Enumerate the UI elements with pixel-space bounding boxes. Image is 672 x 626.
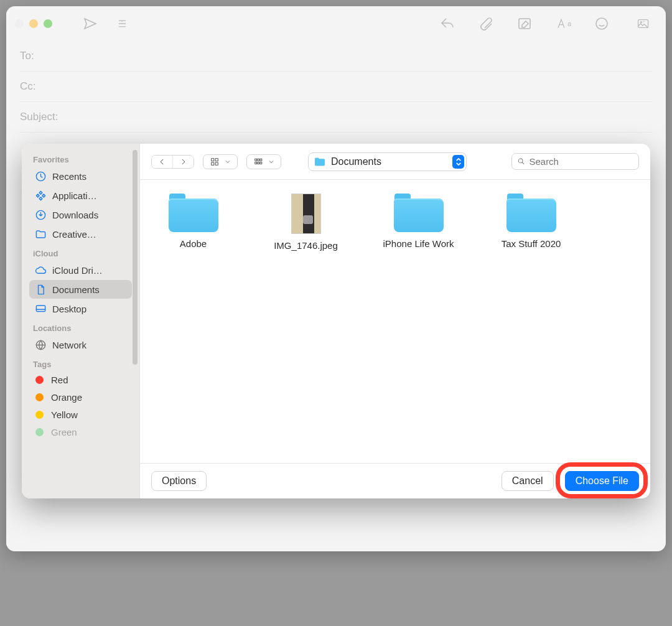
sidebar-item-recents[interactable]: Recents bbox=[29, 167, 132, 185]
sidebar-item-icloud-drive[interactable]: iCloud Dri… bbox=[29, 261, 132, 279]
sidebar-item-label: iCloud Dri… bbox=[52, 265, 103, 276]
svg-point-1 bbox=[596, 18, 607, 29]
file-label: Tax Stuff 2020 bbox=[502, 238, 561, 249]
svg-rect-15 bbox=[255, 162, 257, 164]
sidebar-item-label: Recents bbox=[52, 171, 86, 182]
document-icon bbox=[34, 283, 47, 296]
files-grid: Adobe IMG_1746.jpeg iPhone Life Work Tax… bbox=[140, 180, 650, 463]
format-icon[interactable]: a bbox=[555, 16, 571, 32]
sidebar: Favorites Recents Applicati… Downloads C… bbox=[22, 144, 140, 498]
nav-back-button[interactable] bbox=[152, 156, 172, 168]
sidebar-tag-green[interactable]: Green bbox=[29, 424, 132, 441]
minimize-window-button[interactable] bbox=[29, 19, 38, 28]
list-icon[interactable] bbox=[111, 16, 136, 32]
to-field-row[interactable]: To: bbox=[20, 41, 652, 72]
sidebar-item-label: Creative… bbox=[52, 229, 96, 240]
file-item-folder[interactable]: Tax Stuff 2020 bbox=[489, 194, 573, 249]
sidebar-item-label: Applicati… bbox=[52, 190, 97, 201]
sidebar-item-creative[interactable]: Creative… bbox=[29, 225, 132, 243]
svg-rect-17 bbox=[260, 162, 262, 164]
sidebar-item-applications[interactable]: Applicati… bbox=[29, 186, 132, 205]
sidebar-item-network[interactable]: Network bbox=[29, 335, 132, 354]
mail-compose-window: a To: Cc: Subject: Favorites Recents bbox=[6, 6, 666, 551]
window-controls bbox=[15, 19, 52, 28]
sidebar-tag-red[interactable]: Red bbox=[29, 371, 132, 388]
file-item-image[interactable]: IMG_1746.jpeg bbox=[264, 194, 348, 251]
subject-label: Subject: bbox=[20, 111, 58, 123]
file-label: iPhone Life Work bbox=[383, 238, 454, 249]
search-input[interactable] bbox=[529, 156, 633, 167]
sidebar-header-tags: Tags bbox=[28, 355, 138, 371]
svg-rect-6 bbox=[36, 305, 45, 311]
svg-rect-14 bbox=[260, 159, 262, 161]
emoji-icon[interactable] bbox=[594, 16, 610, 32]
chevron-down-icon bbox=[224, 158, 231, 166]
location-popup[interactable]: Documents bbox=[308, 152, 467, 171]
sidebar-tag-yellow[interactable]: Yellow bbox=[29, 406, 132, 423]
search-field[interactable] bbox=[511, 153, 639, 170]
sidebar-item-desktop[interactable]: Desktop bbox=[29, 299, 132, 318]
sidebar-item-label: Yellow bbox=[51, 409, 78, 420]
nav-segment bbox=[151, 155, 194, 169]
attachment-icon[interactable] bbox=[478, 16, 494, 32]
reply-icon[interactable] bbox=[439, 16, 455, 32]
sidebar-item-label: Green bbox=[51, 427, 77, 437]
svg-point-3 bbox=[640, 22, 642, 23]
folder-icon bbox=[394, 194, 444, 232]
tag-dot-icon bbox=[35, 428, 44, 436]
svg-rect-16 bbox=[258, 162, 259, 164]
file-label: IMG_1746.jpeg bbox=[274, 240, 338, 251]
sidebar-item-documents[interactable]: Documents bbox=[29, 280, 132, 299]
file-chooser-sheet: Favorites Recents Applicati… Downloads C… bbox=[22, 144, 650, 498]
sidebar-item-label: Downloads bbox=[52, 210, 98, 220]
folder-icon bbox=[169, 194, 218, 232]
tag-dot-icon bbox=[35, 411, 44, 419]
toolbar: Documents bbox=[140, 144, 650, 180]
photo-icon[interactable] bbox=[632, 16, 657, 32]
folder-icon bbox=[34, 228, 47, 240]
close-window-button[interactable] bbox=[15, 19, 24, 28]
maximize-window-button[interactable] bbox=[44, 19, 52, 28]
view-mode-button[interactable] bbox=[203, 154, 238, 169]
chevron-down-icon bbox=[268, 158, 275, 166]
sidebar-item-label: Orange bbox=[51, 392, 82, 403]
nav-forward-button[interactable] bbox=[172, 156, 194, 168]
cancel-button[interactable]: Cancel bbox=[502, 471, 554, 491]
clock-icon bbox=[34, 170, 47, 182]
titlebar: a bbox=[6, 6, 666, 41]
svg-rect-11 bbox=[215, 162, 218, 165]
file-label: Adobe bbox=[180, 238, 207, 249]
sheet-footer: Options Cancel Choose File bbox=[140, 463, 650, 498]
tag-dot-icon bbox=[35, 393, 44, 401]
location-label: Documents bbox=[331, 156, 381, 167]
file-item-folder[interactable]: iPhone Life Work bbox=[376, 194, 460, 249]
sidebar-item-downloads[interactable]: Downloads bbox=[29, 205, 132, 224]
sidebar-scrollbar[interactable] bbox=[133, 150, 138, 365]
send-icon[interactable] bbox=[82, 16, 98, 32]
svg-rect-12 bbox=[255, 159, 257, 161]
markup-icon[interactable] bbox=[516, 16, 533, 32]
sidebar-item-label: Documents bbox=[52, 284, 100, 295]
sidebar-item-label: Red bbox=[51, 375, 68, 385]
cc-label: Cc: bbox=[20, 80, 36, 92]
file-item-folder[interactable]: Adobe bbox=[151, 194, 235, 249]
globe-icon bbox=[34, 339, 47, 351]
group-button[interactable] bbox=[246, 154, 281, 169]
subject-field-row[interactable]: Subject: bbox=[20, 102, 652, 133]
options-button[interactable]: Options bbox=[151, 471, 207, 491]
location-stepper-icon bbox=[452, 155, 464, 169]
svg-rect-9 bbox=[215, 158, 218, 161]
folder-icon bbox=[314, 157, 326, 167]
sidebar-header-favorites: Favorites bbox=[28, 150, 138, 167]
svg-rect-8 bbox=[212, 158, 214, 161]
sidebar-item-label: Desktop bbox=[52, 304, 86, 314]
svg-rect-10 bbox=[212, 162, 214, 165]
sidebar-tag-orange[interactable]: Orange bbox=[29, 389, 132, 406]
tag-dot-icon bbox=[35, 376, 44, 384]
cc-field-row[interactable]: Cc: bbox=[20, 72, 652, 102]
search-icon bbox=[517, 157, 525, 166]
app-icon bbox=[34, 189, 47, 202]
svg-point-18 bbox=[518, 159, 523, 163]
sidebar-item-label: Network bbox=[52, 340, 86, 350]
choose-file-button[interactable]: Choose File bbox=[565, 471, 639, 491]
